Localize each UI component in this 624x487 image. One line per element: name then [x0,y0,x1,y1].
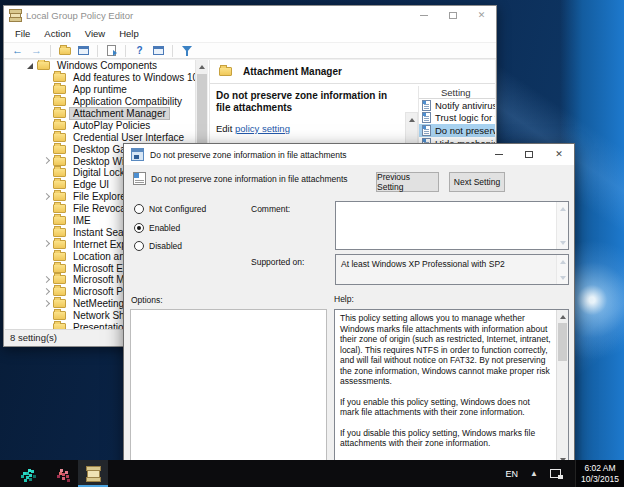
policy-setting-icon [133,172,146,185]
tray-expand-chevron-icon[interactable]: ▲ [530,469,538,478]
folder-icon [53,252,66,261]
setting-row-trust-logic-for-file-attachments[interactable]: Trust logic for file attachments [419,112,495,125]
tree-item-add-features-to-windows-10[interactable]: Add features to Windows 10 [5,72,195,84]
radio-disabled[interactable]: Disabled [134,237,206,256]
supported-scrollbar[interactable] [556,255,568,284]
scrollbar-thumb[interactable] [197,74,207,144]
folder-icon [53,180,66,189]
selected-setting-title: Do not preserve zone information in file… [216,90,392,114]
folder-icon [53,216,66,225]
help-icon[interactable]: ? [132,44,147,58]
taskbar-app-teal[interactable] [9,460,39,487]
triangle-up-icon [560,260,566,264]
tree-item-label: Windows Components [54,60,160,71]
scroll-up-icon[interactable] [406,113,417,126]
expander-spacer [41,204,53,214]
clock[interactable]: 6:02 AM 10/3/2015 [575,460,624,487]
folder-icon [53,275,66,284]
menu-view[interactable]: View [78,28,112,39]
tree-item-windows-components[interactable]: Windows Components [5,60,195,72]
supported-on-box[interactable]: At least Windows XP Professional with SP… [335,254,569,285]
console-window-icon-2[interactable] [151,44,166,58]
maximize-button[interactable] [438,6,467,25]
expander-collapsed-icon[interactable] [41,192,53,202]
expander-collapsed-icon[interactable] [41,287,53,297]
expander-collapsed-icon[interactable] [41,239,53,249]
folder-icon [37,61,50,70]
folder-icon [53,228,66,237]
tree-item-autoplay-policies[interactable]: AutoPlay Policies [5,119,195,131]
supported-on-label: Supported on: [251,257,304,267]
console-window-icon[interactable] [76,44,91,58]
language-indicator[interactable]: EN [506,469,519,479]
comment-scrollbar[interactable] [556,202,568,249]
close-button[interactable]: ✕ [467,6,496,25]
toolbar-separator [50,45,51,57]
comment-label: Comment: [251,204,290,214]
expander-collapsed-icon[interactable] [41,299,53,309]
radio-enabled[interactable]: Enabled [134,219,206,238]
filter-icon[interactable] [179,44,194,58]
tree-item-label: App runtime [70,84,130,95]
network-icon[interactable] [550,469,563,479]
expander-collapsed-icon[interactable] [41,275,53,285]
expander-spacer [41,144,53,154]
next-setting-button[interactable]: Next Setting [449,172,505,192]
scroll-down-icon [557,271,568,284]
settings-column-header[interactable]: Setting [419,86,495,99]
scrollbar-thumb[interactable] [558,323,567,361]
page-export-icon [107,45,116,56]
window-icon [153,46,164,55]
help-box[interactable]: This policy setting allows you to manage… [334,309,569,467]
taskbar-app-gpedit[interactable] [78,460,108,487]
policy-setting-icon [422,100,431,111]
close-button[interactable]: ✕ [544,144,574,165]
scroll-up-icon[interactable] [196,60,208,73]
menu-action[interactable]: Action [37,28,77,39]
expander-expanded-icon[interactable] [25,61,37,71]
minimize-button[interactable] [484,144,514,165]
minimize-button[interactable] [409,6,438,25]
maximize-button[interactable] [514,144,544,165]
expander-spacer [41,263,53,273]
scroll-up-icon[interactable] [557,310,568,323]
expander-spacer [41,73,53,83]
gpedit-titlebar[interactable]: Local Group Policy Editor ✕ [4,6,496,25]
policy-setting-icon [422,125,431,136]
scroll-down-icon [557,236,568,249]
setting-row-notify-antivirus-programs-when-opening-attachments[interactable]: Notify antivirus programs when opening a… [419,99,495,112]
tree-item-application-compatibility[interactable]: Application Compatibility [5,96,195,108]
toolbar-separator [172,45,173,57]
close-icon: ✕ [555,150,563,159]
back-icon[interactable]: ← [10,44,25,58]
expander-spacer [41,311,53,321]
tree-item-app-runtime[interactable]: App runtime [5,84,195,96]
show-console-tree-icon[interactable] [57,44,72,58]
policy-setting-link[interactable]: policy setting [235,123,290,134]
tree-item-attachment-manager[interactable]: Attachment Manager [5,108,195,120]
folder-icon [53,73,66,82]
radio-not-configured[interactable]: Not Configured [134,200,206,219]
comment-input[interactable] [335,201,569,250]
toolbar-separator [125,45,126,57]
previous-setting-button[interactable]: Previous Setting [376,172,439,192]
scroll-up-icon [557,255,568,268]
menu-file[interactable]: File [8,28,37,39]
forward-icon[interactable]: → [29,44,44,58]
folder-icon [53,264,66,273]
expander-collapsed-icon[interactable] [41,156,53,166]
gpedit-toolbar: ← → ? [4,42,496,59]
setting-row-label: Trust logic for file attachments [435,112,495,123]
export-list-icon[interactable] [104,44,119,58]
state-radio-group: Not ConfiguredEnabledDisabled [134,200,206,256]
folder-icon [53,121,66,130]
taskbar-app-red[interactable] [45,460,75,487]
tree-item-credential-user-interface[interactable]: Credential User Interface [5,131,195,143]
help-paragraph: This policy setting allows you to manage… [340,313,551,387]
dialog-titlebar[interactable]: Do not preserve zone information in file… [124,144,574,165]
setting-row-do-not-preserve-zone-information-in-file-attachments[interactable]: Do not preserve zone information in file… [419,124,495,137]
help-scrollbar[interactable] [556,310,568,466]
minimize-icon [495,154,503,155]
menu-help[interactable]: Help [112,28,146,39]
pixel-app-icon [23,472,26,475]
